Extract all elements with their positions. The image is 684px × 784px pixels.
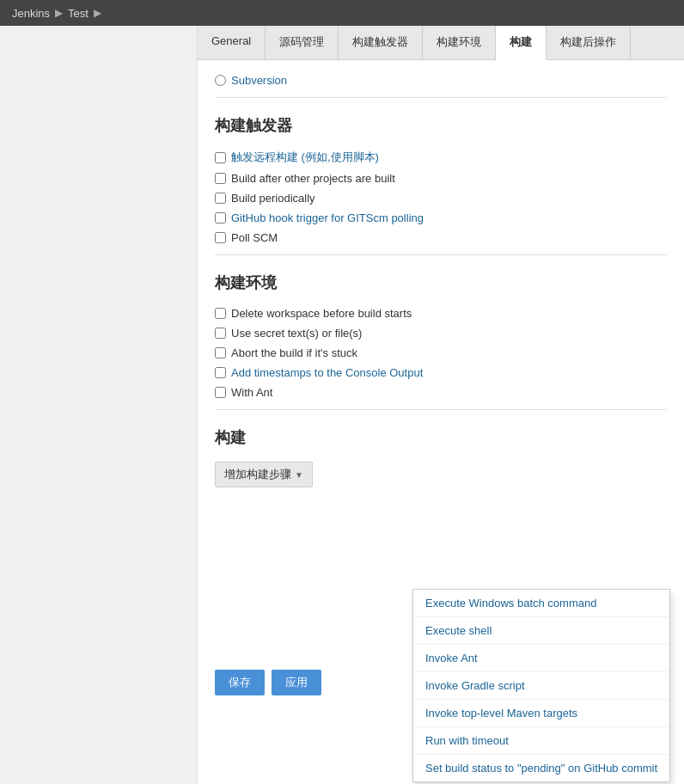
dropdown-item-run-timeout[interactable]: Run with timeout bbox=[413, 727, 669, 755]
trigger-github-hook-checkbox[interactable] bbox=[215, 212, 226, 224]
trigger-remote-build-checkbox[interactable] bbox=[215, 152, 226, 163]
nav-test[interactable]: Test bbox=[64, 7, 92, 20]
nav-separator-1: ▶ bbox=[53, 7, 64, 19]
tab-build-triggers[interactable]: 构建触发器 bbox=[339, 26, 423, 59]
trigger-remote-build: 触发远程构建 (例如,使用脚本) bbox=[215, 150, 667, 165]
subversion-radio-option: Subversion bbox=[215, 74, 667, 87]
trigger-github-hook-label[interactable]: GitHub hook trigger for GITScm polling bbox=[231, 211, 424, 224]
tab-general[interactable]: General bbox=[198, 26, 266, 59]
subversion-label[interactable]: Subversion bbox=[231, 74, 287, 87]
dropdown-item-invoke-gradle[interactable]: Invoke Gradle script bbox=[413, 672, 669, 700]
env-secret-text: Use secret text(s) or file(s) bbox=[215, 327, 667, 340]
page-content: Subversion 构建触发器 触发远程构建 (例如,使用脚本) Build … bbox=[198, 60, 684, 720]
apply-button[interactable]: 应用 bbox=[272, 670, 321, 695]
divider-2 bbox=[215, 254, 667, 255]
env-timestamps: Add timestamps to the Console Output bbox=[215, 366, 667, 379]
main-container: General 源码管理 构建触发器 构建环境 构建 构建后操作 Subvers… bbox=[0, 26, 684, 784]
nav-separator-2: ▶ bbox=[92, 7, 103, 19]
dropdown-item-set-build-status[interactable]: Set build status to "pending" on GitHub … bbox=[413, 755, 669, 781]
env-abort-stuck-label[interactable]: Abort the build if it's stuck bbox=[231, 346, 357, 359]
tab-source-management[interactable]: 源码管理 bbox=[266, 26, 339, 59]
divider-3 bbox=[215, 409, 667, 410]
divider-1 bbox=[215, 97, 667, 98]
env-delete-workspace-checkbox[interactable] bbox=[215, 308, 226, 319]
sidebar bbox=[0, 26, 198, 784]
env-with-ant: With Ant bbox=[215, 386, 667, 399]
env-delete-workspace-label[interactable]: Delete workspace before build starts bbox=[231, 307, 412, 320]
env-with-ant-label[interactable]: With Ant bbox=[231, 386, 272, 399]
build-section-header: 构建 bbox=[215, 427, 667, 451]
trigger-poll-scm-checkbox[interactable] bbox=[215, 232, 226, 243]
env-delete-workspace: Delete workspace before build starts bbox=[215, 307, 667, 320]
content-area: General 源码管理 构建触发器 构建环境 构建 构建后操作 Subvers… bbox=[198, 26, 684, 784]
tab-bar: General 源码管理 构建触发器 构建环境 构建 构建后操作 bbox=[198, 26, 684, 60]
trigger-periodically-checkbox[interactable] bbox=[215, 193, 226, 204]
sidebar-content bbox=[0, 26, 197, 43]
build-section: 增加构建步骤 ▼ bbox=[215, 462, 667, 487]
subversion-radio[interactable] bbox=[215, 75, 226, 86]
build-triggers-header: 构建触发器 bbox=[215, 115, 667, 139]
trigger-periodically-label[interactable]: Build periodically bbox=[231, 192, 315, 205]
add-build-step-label: 增加构建步骤 bbox=[224, 467, 291, 482]
env-timestamps-checkbox[interactable] bbox=[215, 367, 226, 378]
trigger-poll-scm: Poll SCM bbox=[215, 231, 667, 244]
tab-build[interactable]: 构建 bbox=[496, 26, 547, 60]
trigger-poll-scm-label[interactable]: Poll SCM bbox=[231, 231, 278, 244]
add-build-step-button[interactable]: 增加构建步骤 ▼ bbox=[215, 462, 313, 487]
add-build-step-arrow: ▼ bbox=[295, 470, 303, 480]
nav-jenkins[interactable]: Jenkins bbox=[9, 7, 53, 20]
dropdown-item-invoke-ant[interactable]: Invoke Ant bbox=[413, 645, 669, 672]
build-environment-header: 构建环境 bbox=[215, 273, 667, 297]
env-abort-stuck: Abort the build if it's stuck bbox=[215, 346, 667, 359]
build-step-dropdown: Execute Windows batch command Execute sh… bbox=[412, 589, 670, 782]
dropdown-item-windows-batch[interactable]: Execute Windows batch command bbox=[413, 590, 669, 617]
trigger-after-other: Build after other projects are built bbox=[215, 172, 667, 185]
dropdown-item-invoke-maven[interactable]: Invoke top-level Maven targets bbox=[413, 700, 669, 727]
env-secret-text-checkbox[interactable] bbox=[215, 328, 226, 339]
trigger-github-hook: GitHub hook trigger for GITScm polling bbox=[215, 211, 667, 224]
env-secret-text-label[interactable]: Use secret text(s) or file(s) bbox=[231, 327, 362, 340]
tab-post-build[interactable]: 构建后操作 bbox=[547, 26, 631, 59]
tab-build-environment[interactable]: 构建环境 bbox=[423, 26, 496, 59]
trigger-remote-build-label[interactable]: 触发远程构建 (例如,使用脚本) bbox=[231, 150, 379, 165]
env-with-ant-checkbox[interactable] bbox=[215, 387, 226, 398]
save-button[interactable]: 保存 bbox=[215, 670, 265, 695]
trigger-after-other-label[interactable]: Build after other projects are built bbox=[231, 172, 395, 185]
top-navigation: Jenkins ▶ Test ▶ bbox=[0, 0, 684, 26]
dropdown-item-execute-shell[interactable]: Execute shell bbox=[413, 617, 669, 645]
env-timestamps-label[interactable]: Add timestamps to the Console Output bbox=[231, 366, 423, 379]
env-abort-stuck-checkbox[interactable] bbox=[215, 347, 226, 358]
trigger-after-other-checkbox[interactable] bbox=[215, 173, 226, 184]
trigger-periodically: Build periodically bbox=[215, 192, 667, 205]
